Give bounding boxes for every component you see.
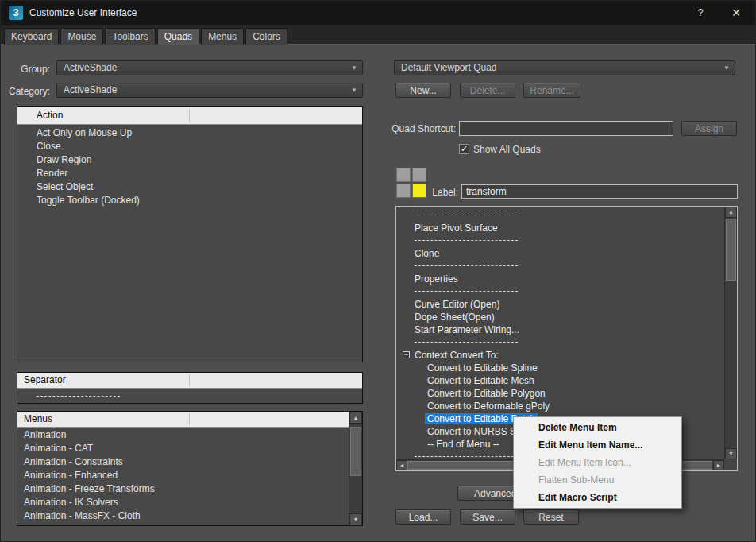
rename-button: Rename... [523, 83, 580, 98]
chevron-down-icon: ▼ [723, 61, 730, 75]
menus-list-item[interactable]: Animation - Enhanced [17, 469, 349, 482]
chevron-down-icon: ▼ [351, 83, 357, 97]
scrollbar-thumb[interactable] [726, 219, 736, 281]
quad-cell-top-right[interactable] [412, 168, 426, 182]
menus-listbox: Menus AnimationAnimation - CATAnimation … [17, 411, 363, 526]
label-label: Label: [430, 187, 458, 198]
tree-item-row[interactable]: −Context Convert To: [397, 349, 723, 362]
tab-menus[interactable]: Menus [201, 28, 244, 45]
quad-set-dropdown-value: Default Viewport Quad [401, 61, 497, 75]
action-list-item[interactable]: Draw Region [17, 153, 362, 167]
menus-list-item[interactable]: Animation - Constraints [17, 455, 349, 469]
tab-quads[interactable]: Quads [157, 28, 199, 45]
save-button[interactable]: Save... [460, 509, 515, 525]
action-list-header[interactable]: Action [17, 107, 362, 125]
action-list-items: Act Only on Mouse UpCloseDraw RegionRend… [17, 125, 362, 207]
menus-list-item[interactable]: Animation - CAT [17, 442, 349, 455]
tree-item-row[interactable]: Properties [397, 273, 723, 285]
action-list-item[interactable]: Toggle Toolbar (Docked) [17, 194, 362, 207]
scroll-up-button[interactable]: ▲ [725, 207, 737, 218]
tab-mouse[interactable]: Mouse [60, 28, 103, 45]
action-list-item[interactable]: Close [17, 140, 362, 153]
tree-item-row[interactable]: Start Parameter Wiring... [397, 323, 723, 336]
quad-cell-bottom-right[interactable] [412, 184, 426, 198]
load-button[interactable]: Load... [395, 509, 451, 525]
menus-list-header[interactable]: Menus [17, 412, 349, 428]
quad-cell-bottom-left[interactable] [396, 184, 411, 198]
action-list-item[interactable]: Select Object [17, 180, 362, 194]
tab-keyboard[interactable]: Keyboard [4, 28, 59, 45]
tree-item-label: -- End of Menu -- [427, 439, 499, 450]
label-input[interactable] [461, 184, 738, 199]
reset-button[interactable]: Reset [523, 509, 579, 525]
scroll-left-button[interactable]: ◄ [396, 460, 407, 470]
tree-item-row[interactable]: Place Pivot Surface [397, 222, 723, 234]
menus-list-item[interactable]: Animation - IK Solvers [17, 496, 349, 509]
separator-line [415, 215, 518, 215]
tree-item-row[interactable]: Dope Sheet(Open) [397, 311, 723, 323]
customize-ui-dialog: 3 Customize User Interface ? ✕ KeyboardM… [0, 0, 756, 542]
tree-item-label: Start Parameter Wiring... [415, 324, 519, 335]
new-button[interactable]: New... [395, 83, 451, 98]
quad-cell-top-left[interactable] [396, 168, 411, 182]
context-menu-item[interactable]: Edit Macro Script [514, 489, 681, 506]
separator-list-header[interactable]: Separator [17, 373, 362, 389]
scroll-right-icon: ► [716, 463, 722, 468]
tree-item-label: Dope Sheet(Open) [415, 312, 495, 323]
close-icon[interactable]: ✕ [720, 1, 752, 25]
scroll-down-icon: ▼ [353, 517, 359, 522]
menus-list-items: AnimationAnimation - CATAnimation - Cons… [17, 428, 349, 523]
menus-scrollbar[interactable]: ▲ ▼ [349, 412, 362, 525]
scroll-up-icon: ▲ [728, 209, 734, 215]
quad-shortcut-input[interactable] [459, 121, 673, 136]
separator-template-item[interactable] [17, 390, 362, 404]
context-menu-item[interactable]: Delete Menu Item [514, 419, 681, 436]
separator-line [415, 291, 518, 292]
tree-item-row[interactable]: Convert to Editable Spline [397, 362, 723, 374]
tree-item-row[interactable]: Curve Editor (Open) [397, 298, 723, 311]
context-menu-items: Delete Menu ItemEdit Menu Item Name...Ed… [514, 419, 681, 506]
scrollbar-thumb[interactable] [350, 427, 361, 476]
tab-toolbars[interactable]: Toolbars [105, 28, 155, 45]
collapse-icon[interactable]: − [403, 351, 410, 358]
tree-separator-row[interactable] [397, 285, 723, 298]
context-menu-item[interactable]: Edit Menu Item Name... [514, 436, 681, 454]
context-menu-item: Edit Menu Item Icon... [514, 454, 681, 471]
tree-item-row[interactable]: Clone [397, 247, 723, 260]
separator-header-label: Separator [17, 374, 66, 385]
tree-vertical-scrollbar[interactable]: ▲ ▼ [724, 207, 737, 459]
category-dropdown-value: ActiveShade [64, 83, 117, 97]
tree-separator-row[interactable] [397, 260, 723, 273]
menus-list-item[interactable]: Animation - Freeze Transforms [17, 482, 349, 496]
group-dropdown[interactable]: ActiveShade ▼ [56, 60, 363, 75]
help-button[interactable]: ? [685, 1, 716, 25]
scroll-up-button[interactable]: ▲ [349, 412, 362, 424]
scroll-down-icon: ▼ [728, 451, 734, 456]
scroll-right-button[interactable]: ► [713, 460, 724, 470]
quad-shortcut-label: Quad Shortcut: [384, 123, 456, 134]
tab-bar: KeyboardMouseToolbarsQuadsMenusColors [1, 25, 755, 45]
menus-header-label: Menus [17, 413, 52, 424]
tree-item-row[interactable]: Convert to Editable Mesh [397, 374, 723, 387]
context-menu: Delete Menu ItemEdit Menu Item Name...Ed… [513, 416, 682, 509]
quad-selector [396, 168, 426, 198]
tree-separator-row[interactable] [397, 336, 723, 349]
tab-colors[interactable]: Colors [245, 28, 287, 45]
tree-item-row[interactable]: Convert to Deformable gPoly [397, 400, 723, 412]
group-label: Group: [4, 64, 50, 75]
scroll-up-icon: ▲ [353, 415, 359, 420]
tree-separator-row[interactable] [397, 209, 723, 222]
tree-separator-row[interactable] [397, 234, 723, 247]
quad-set-dropdown[interactable]: Default Viewport Quad ▼ [394, 60, 735, 75]
context-menu-item: Flatten Sub-Menu [514, 471, 681, 489]
action-list-item[interactable]: Act Only on Mouse Up [17, 126, 362, 140]
category-dropdown[interactable]: ActiveShade ▼ [56, 83, 363, 98]
show-all-quads-checkbox[interactable]: ✓ [459, 144, 469, 154]
action-list-item[interactable]: Render [17, 167, 362, 180]
scroll-down-button[interactable]: ▼ [725, 448, 737, 459]
scroll-down-button[interactable]: ▼ [349, 513, 362, 525]
menus-list-item[interactable]: Animation - MassFX - Cloth [17, 509, 349, 523]
menus-list-item[interactable]: Animation [17, 428, 349, 442]
tree-item-label: Convert to Deformable gPoly [427, 401, 550, 412]
tree-item-row[interactable]: Convert to Editable Polygon [397, 387, 723, 400]
